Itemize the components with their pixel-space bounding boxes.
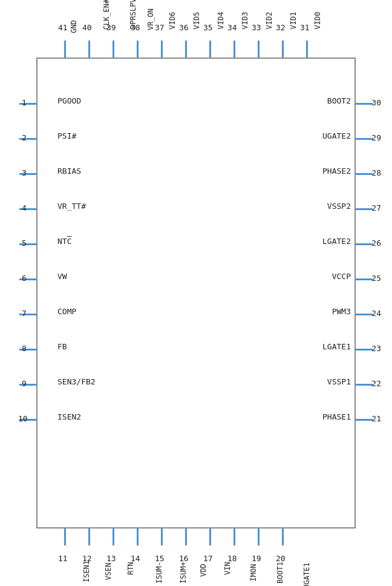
right-pin-line-30 (356, 103, 373, 105)
pin-num-5: 5 (22, 239, 27, 248)
bottom-pin-line-18 (234, 528, 235, 545)
pin-label-38: VR_ON (146, 8, 155, 30)
pin-label-35: VID4 (217, 12, 225, 30)
pin-num-26: 26 (371, 239, 381, 248)
pin-num-16: 16 (179, 554, 189, 563)
bottom-pin-line-16 (185, 528, 187, 545)
ic-body (36, 58, 356, 528)
pin-num-30: 30 (371, 98, 381, 107)
pin-label-16: VDD (199, 564, 207, 577)
right-pin-line-28 (356, 173, 373, 175)
pin-label-9: SEN3/FB2 (57, 377, 96, 386)
pin-num-8: 8 (22, 344, 27, 353)
pin-label-8: FB (57, 342, 67, 351)
pin-num-25: 25 (371, 274, 381, 283)
top-pin-line-41 (64, 41, 66, 58)
pin-num-13: 13 (106, 554, 116, 563)
pin-label-30: BOOT2 (327, 96, 351, 105)
pin-label-31: VID0 (313, 12, 322, 30)
bottom-pin-line-14 (137, 528, 139, 545)
pin-num-15: 15 (155, 554, 165, 563)
top-pin-line-34 (234, 41, 235, 58)
right-pin-line-25 (356, 278, 373, 280)
pin-label-32: VID1 (289, 12, 298, 30)
pin-label-3: RBIAS (57, 166, 81, 176)
right-pin-line-24 (356, 314, 373, 315)
bottom-pin-line-15 (161, 528, 163, 545)
pin-num-34: 34 (227, 23, 237, 32)
pin-label-19: BOOT1 (276, 562, 284, 584)
pin-num-35: 35 (203, 23, 213, 32)
pin-num-4: 4 (22, 203, 27, 212)
pin-num-27: 27 (371, 203, 381, 212)
pin-num-6: 6 (22, 274, 27, 283)
right-pin-line-23 (356, 349, 373, 351)
pin-num-24: 24 (371, 309, 381, 318)
pin-label-22: VSSP1 (327, 377, 351, 386)
pin-label-17: VIN (223, 562, 232, 575)
pin-label-7: COMP (57, 307, 76, 316)
pin-num-11: 11 (58, 554, 68, 563)
pin-label-1: PGOOD (57, 96, 81, 105)
bottom-pin-line-19 (258, 528, 260, 545)
pin-num-12: 12 (82, 554, 92, 563)
pin-num-33: 33 (252, 23, 261, 32)
bottom-pin-line-20 (282, 528, 284, 545)
pin-num-9: 9 (22, 379, 27, 388)
pin-label-29: UGATE2 (322, 131, 351, 140)
pin-num-2: 2 (22, 133, 27, 142)
top-pin-line-37 (161, 41, 163, 58)
pin-num-19: 19 (252, 554, 261, 563)
pin-num-39: 39 (106, 23, 116, 32)
pin-label-10: ISEN2 (57, 412, 81, 421)
pin-num-23: 23 (371, 344, 381, 353)
pin-label-26: LGATE2 (322, 237, 351, 246)
pin-label-6: VW (57, 272, 67, 281)
pin-num-40: 40 (82, 23, 92, 32)
pin-label-18: IMON (249, 564, 258, 582)
pin-num-31: 31 (300, 23, 310, 32)
pin-label-33: VID2 (265, 12, 273, 30)
bottom-pin-line-17 (209, 528, 211, 545)
pin-label-15: ISUM+ (179, 562, 188, 584)
bottom-pin-line-11 (64, 528, 66, 545)
pin-label-37: VID6 (168, 12, 177, 30)
top-pin-line-39 (113, 41, 114, 58)
pin-label-34: VID3 (241, 12, 249, 30)
right-pin-line-27 (356, 208, 373, 210)
pin-label-24: PWM3 (332, 307, 351, 316)
pin-num-10: 10 (18, 414, 28, 423)
pin-num-41: 41 (58, 23, 68, 32)
pin-label-4: VR_TT# (57, 202, 86, 211)
pin-label-13: RTN (126, 562, 135, 575)
pin-label-28: PHASE2 (322, 166, 351, 176)
pin-num-20: 20 (276, 554, 286, 563)
pin-num-14: 14 (131, 554, 140, 563)
pin-label-27: VSSP2 (327, 202, 351, 211)
pin-num-37: 37 (155, 23, 165, 32)
pin-num-18: 18 (227, 554, 237, 563)
top-pin-line-36 (185, 41, 187, 58)
bottom-pin-line-12 (88, 528, 90, 545)
pin-num-22: 22 (371, 379, 381, 388)
top-pin-line-40 (88, 41, 90, 58)
right-pin-line-29 (356, 138, 373, 140)
pin-num-21: 21 (371, 414, 381, 423)
pin-num-7: 7 (22, 309, 27, 318)
pin-label-11: ISEN1 (82, 561, 91, 582)
pin-num-28: 28 (371, 168, 381, 177)
right-pin-line-21 (356, 419, 373, 421)
pin-label-25: VCCP (332, 272, 351, 281)
top-pin-line-32 (282, 41, 284, 58)
pin-num-29: 29 (371, 133, 381, 142)
diagram-container: 41 GND 40 CLK_EN# 39 DPRSLPVR 38 VR_ON 3… (0, 0, 392, 586)
top-pin-line-33 (258, 41, 260, 58)
right-pin-line-26 (356, 243, 373, 245)
pin-num-1: 1 (22, 98, 27, 107)
pin-label-21: PHASE1 (322, 412, 351, 421)
pin-label-23: LGATE1 (322, 342, 351, 351)
pin-label-12: VSEN (104, 563, 113, 581)
pin-label-36: VID5 (192, 12, 201, 30)
pin-num-32: 32 (276, 23, 286, 32)
pin-num-3: 3 (22, 168, 27, 177)
